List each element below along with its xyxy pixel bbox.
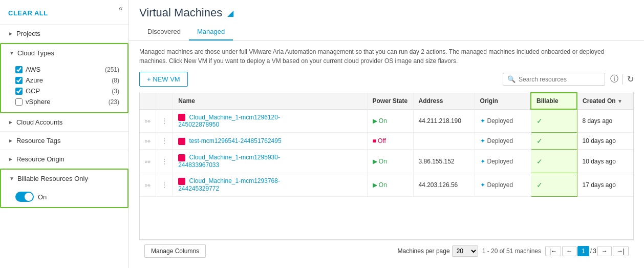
current-page-number[interactable]: 1 bbox=[577, 246, 589, 256]
vm-origin-cell: ✦ Deployed bbox=[475, 133, 531, 150]
row-expand-icon[interactable]: »» bbox=[145, 118, 151, 124]
billable-resources-section-header[interactable]: ▼ Billable Resources Only bbox=[1, 170, 127, 188]
cloud-types-filter-section: ▼ Cloud Types AWS (251) Azure (8) bbox=[0, 43, 128, 113]
vm-address-cell bbox=[413, 133, 475, 150]
row-expand-icon[interactable]: »» bbox=[145, 159, 151, 164]
sort-icon: ▼ bbox=[617, 98, 622, 104]
resource-tags-section-header[interactable]: ► Resource Tags bbox=[0, 132, 128, 150]
manage-columns-button[interactable]: Manage Columns bbox=[144, 244, 206, 258]
origin-icon: ✦ bbox=[480, 137, 485, 145]
col-header-expand bbox=[140, 93, 156, 109]
row-actions-icon[interactable]: ⋮ bbox=[161, 158, 167, 165]
col-header-power-state[interactable]: Power State bbox=[367, 93, 413, 109]
first-page-button[interactable]: |← bbox=[545, 246, 561, 256]
row-actions-icon[interactable]: ⋮ bbox=[161, 181, 167, 189]
cloud-type-gcp-label: GCP bbox=[26, 87, 40, 95]
cloud-type-azure-checkbox[interactable] bbox=[15, 77, 23, 84]
row-actions-icon[interactable]: ⋮ bbox=[161, 137, 167, 145]
tabs: Discovered Managed bbox=[139, 24, 634, 40]
vm-created-on-cell: 8 days ago bbox=[577, 109, 633, 133]
power-on-indicator: ▶ On bbox=[373, 158, 408, 165]
vm-created-on-cell: 10 days ago bbox=[577, 133, 633, 150]
sidebar-collapse-button[interactable]: « bbox=[119, 4, 123, 12]
resource-tags-chevron-icon: ► bbox=[8, 138, 13, 143]
page-description: Managed machines are those under full VM… bbox=[139, 47, 634, 66]
cloud-accounts-section-header[interactable]: ► Cloud Accounts bbox=[0, 113, 128, 131]
search-input[interactable] bbox=[519, 76, 600, 83]
cloud-type-azure-row: Azure (8) bbox=[15, 75, 119, 86]
cloud-types-section-label: Cloud Types bbox=[17, 49, 54, 57]
col-header-billable[interactable]: Billable bbox=[531, 93, 577, 109]
resource-origin-filter-section: ► Resource Origin bbox=[0, 150, 128, 169]
vm-power-state-cell: ▶ On bbox=[367, 109, 413, 133]
col-header-created-on[interactable]: Created On ▼ bbox=[577, 93, 633, 109]
billable-check-icon: ✓ bbox=[536, 157, 543, 166]
last-page-button[interactable]: →| bbox=[613, 246, 629, 256]
resource-origin-section-header[interactable]: ► Resource Origin bbox=[0, 150, 128, 168]
cloud-accounts-section-label: Cloud Accounts bbox=[16, 118, 62, 126]
vm-origin-cell: ✦ Deployed bbox=[475, 109, 531, 133]
vm-name-link[interactable]: Cloud_Machine_1-mcm1296120-245022878950 bbox=[178, 114, 280, 129]
vm-name-link[interactable]: Cloud_Machine_1-mcm1293768-244245329772 bbox=[178, 177, 280, 192]
billable-check-icon: ✓ bbox=[536, 137, 543, 145]
vm-table: Name Power State Address Origin Billable… bbox=[140, 92, 633, 197]
sidebar: « CLEAR ALL ► Projects ▼ Cloud Types AWS… bbox=[0, 0, 129, 268]
clear-all-button[interactable]: CLEAR ALL bbox=[0, 2, 128, 25]
toolbar-icons: ⓘ ↻ bbox=[610, 74, 634, 85]
table-row: »» ⋮ Cloud_Machine_1-mcm1293768-24424532… bbox=[140, 173, 633, 197]
vm-billable-cell: ✓ bbox=[531, 109, 577, 133]
pagination: Machines per page 20 50 100 1 - 20 of 51… bbox=[398, 245, 629, 257]
projects-section-header[interactable]: ► Projects bbox=[0, 25, 128, 43]
projects-section-label: Projects bbox=[16, 30, 40, 37]
cloud-types-section-header[interactable]: ▼ Cloud Types bbox=[1, 44, 127, 62]
table-wrapper: Name Power State Address Origin Billable… bbox=[139, 92, 634, 240]
new-vm-button[interactable]: + NEW VM bbox=[139, 72, 188, 87]
col-header-address[interactable]: Address bbox=[413, 93, 475, 109]
table-row: »» ⋮ Cloud_Machine_1-mcm1295930-24483396… bbox=[140, 150, 633, 173]
cloud-accounts-chevron-icon: ► bbox=[8, 119, 13, 125]
cloud-type-vsphere-checkbox[interactable] bbox=[15, 98, 23, 106]
vm-name-link[interactable]: Cloud_Machine_1-mcm1295930-244833967033 bbox=[178, 154, 280, 169]
projects-chevron-icon: ► bbox=[8, 31, 13, 36]
per-page-selector: Machines per page 20 50 100 bbox=[398, 245, 478, 257]
search-box[interactable]: 🔍 bbox=[503, 73, 605, 86]
power-on-indicator: ▶ On bbox=[373, 117, 408, 125]
cloud-type-gcp-checkbox[interactable] bbox=[15, 88, 23, 95]
filter-icon[interactable]: ◢ bbox=[227, 8, 233, 18]
next-page-button[interactable]: → bbox=[597, 246, 612, 256]
prev-page-button[interactable]: ← bbox=[562, 246, 576, 256]
vm-power-state-cell: ▶ On bbox=[367, 173, 413, 197]
vm-billable-cell: ✓ bbox=[531, 173, 577, 197]
vm-address-cell: 44.211.218.190 bbox=[413, 109, 475, 133]
page-separator: / bbox=[590, 248, 592, 255]
cloud-type-vsphere-label: vSphere bbox=[26, 98, 50, 106]
cloud-type-vsphere-row: vSphere (23) bbox=[15, 96, 119, 107]
col-header-origin[interactable]: Origin bbox=[475, 93, 531, 109]
cloud-types-chevron-icon: ▼ bbox=[9, 50, 14, 56]
origin-icon: ✦ bbox=[480, 117, 485, 125]
tab-discovered[interactable]: Discovered bbox=[139, 24, 189, 40]
billable-toggle-label: On bbox=[38, 193, 47, 201]
vm-name-cell: test-mcm1296541-244851762495 bbox=[173, 133, 367, 150]
cloud-type-aws-checkbox[interactable] bbox=[15, 66, 23, 73]
col-header-name[interactable]: Name bbox=[173, 93, 367, 109]
billable-resources-chevron-icon: ▼ bbox=[9, 176, 14, 181]
vm-name-link[interactable]: test-mcm1296541-244851762495 bbox=[189, 137, 281, 145]
row-expand-icon[interactable]: »» bbox=[145, 138, 151, 144]
row-actions-icon[interactable]: ⋮ bbox=[161, 117, 167, 125]
billable-resources-filter-section: ▼ Billable Resources Only On bbox=[0, 169, 128, 208]
cloud-type-aws-label: AWS bbox=[26, 66, 40, 73]
toolbar-divider bbox=[622, 74, 623, 85]
tab-managed[interactable]: Managed bbox=[189, 24, 233, 40]
info-icon[interactable]: ⓘ bbox=[610, 74, 618, 85]
table-header-row: Name Power State Address Origin Billable… bbox=[140, 93, 633, 109]
row-expand-icon[interactable]: »» bbox=[145, 182, 151, 188]
resource-tags-section-label: Resource Tags bbox=[16, 137, 60, 145]
table-footer: Manage Columns Machines per page 20 50 1… bbox=[139, 240, 634, 262]
per-page-select[interactable]: 20 50 100 bbox=[452, 245, 478, 257]
refresh-icon[interactable]: ↻ bbox=[627, 74, 634, 84]
vm-created-on-cell: 10 days ago bbox=[577, 150, 633, 173]
cloud-type-gcp-count: (3) bbox=[112, 88, 119, 95]
billable-toggle[interactable] bbox=[15, 192, 34, 202]
vm-type-icon bbox=[178, 178, 185, 185]
